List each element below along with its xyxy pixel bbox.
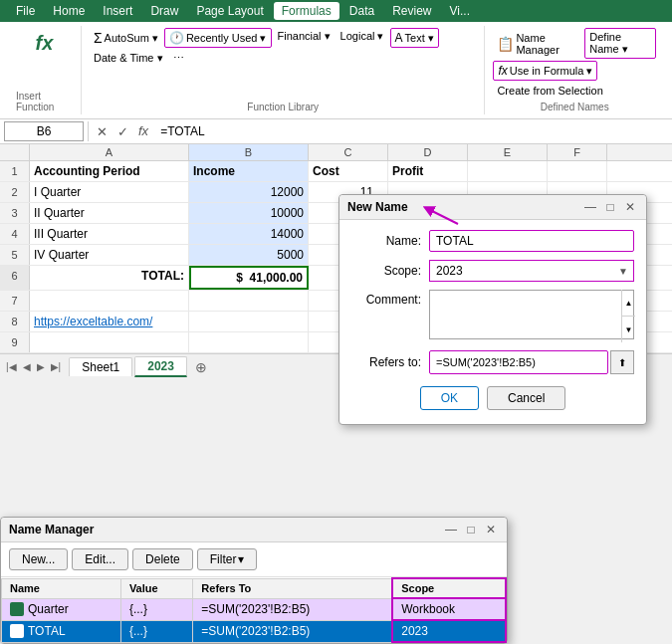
dialog-maximize-btn[interactable]: □ <box>602 199 618 215</box>
cell-b5[interactable]: 5000 <box>189 245 309 265</box>
row-num-8: 8 <box>0 312 30 331</box>
col-header-b: B <box>189 144 309 160</box>
comment-scroll-down[interactable]: ▼ <box>622 317 635 342</box>
row-num-5: 5 <box>0 245 30 265</box>
cell-c1[interactable]: Cost <box>309 161 388 181</box>
cell-b6[interactable]: $ 41,000.00 <box>189 266 309 290</box>
cell-a8[interactable]: https://exceltable.com/ <box>30 312 189 331</box>
cell-b4[interactable]: 14000 <box>189 224 309 244</box>
cell-a5[interactable]: IV Quarter <box>30 245 189 265</box>
sheet-nav-arrows: |◀ ◀ ▶ ▶| <box>4 359 63 374</box>
name-manager-dialog: Name Manager — □ ✕ New... Edit... Delete… <box>0 517 508 644</box>
table-row[interactable]: TOTAL {...} =SUM('2023'!B2:B5) 2023 <box>2 620 507 642</box>
sheet-tab-2023[interactable]: 2023 <box>134 356 187 377</box>
cell-b7[interactable] <box>189 291 309 311</box>
nm-col-value: Value <box>120 578 192 598</box>
menu-file[interactable]: File <box>8 2 43 20</box>
table-row[interactable]: Quarter {...} =SUM('2023'!B2:B5) Workboo… <box>2 598 507 620</box>
menu-pagelayout[interactable]: Page Layout <box>188 2 271 20</box>
cell-a3[interactable]: II Quarter <box>30 203 189 223</box>
menu-insert[interactable]: Insert <box>95 2 140 20</box>
row-num-7: 7 <box>0 291 30 311</box>
recently-used-btn[interactable]: 🕐 Recently Used ▾ <box>164 28 272 48</box>
nm-col-name: Name <box>2 578 121 598</box>
cancel-formula-btn[interactable]: ✕ <box>93 123 112 140</box>
use-in-formula-btn[interactable]: fx Use in Formula ▾ <box>493 61 597 81</box>
last-sheet-arrow[interactable]: ▶| <box>49 359 64 374</box>
cell-b9[interactable] <box>189 332 309 352</box>
comment-scroll-up[interactable]: ▲ <box>622 290 635 317</box>
cell-b3[interactable]: 10000 <box>189 203 309 223</box>
insert-function-btn[interactable]: fx <box>32 28 58 59</box>
logical-btn[interactable]: Logical ▾ <box>336 28 388 45</box>
nm-delete-btn[interactable]: Delete <box>132 548 193 570</box>
nm-edit-btn[interactable]: Edit... <box>72 548 128 570</box>
define-name-btn[interactable]: Define Name ▾ <box>584 28 656 59</box>
scope-row: Scope: 2023 Workbook ▼ <box>351 260 634 282</box>
add-sheet-btn[interactable]: ⊕ <box>189 357 213 377</box>
nm-filter-btn[interactable]: Filter ▾ <box>197 548 258 570</box>
create-from-selection-btn[interactable]: Create from Selection <box>493 83 656 99</box>
name-input[interactable] <box>429 230 634 252</box>
formula-bar-separator <box>88 121 89 141</box>
comment-textarea[interactable] <box>429 290 634 339</box>
menu-bar: File Home Insert Draw Page Layout Formul… <box>0 0 672 22</box>
datetime-btn[interactable]: Date & Time ▾ <box>90 50 167 67</box>
cell-a2[interactable]: I Quarter <box>30 182 189 202</box>
cell-b8[interactable] <box>189 312 309 331</box>
cell-d1[interactable]: Profit <box>388 161 468 181</box>
nm-maximize-btn[interactable]: □ <box>463 522 479 537</box>
refers-to-collapse-btn[interactable]: ⬆ <box>610 350 634 374</box>
formula-icon: fx <box>498 64 507 78</box>
prev-sheet-arrow[interactable]: ◀ <box>21 359 33 374</box>
new-name-dialog: New Name — □ ✕ Name: Scope: 2023 Workboo… <box>338 194 647 425</box>
name-manager-titlebar: Name Manager — □ ✕ <box>1 518 507 542</box>
cell-a1[interactable]: Accounting Period <box>30 161 189 181</box>
cell-f1[interactable] <box>548 161 607 181</box>
nm-close-btn[interactable]: ✕ <box>483 522 499 537</box>
next-sheet-arrow[interactable]: ▶ <box>35 359 47 374</box>
nm-new-btn[interactable]: New... <box>9 548 68 570</box>
ok-button[interactable]: OK <box>420 386 479 410</box>
nm-icon-blue <box>10 624 24 638</box>
nm-minimize-btn[interactable]: — <box>443 522 459 537</box>
autosum-label: AutoSum ▾ <box>105 32 158 45</box>
cell-e1[interactable] <box>468 161 548 181</box>
col-header-d: D <box>388 144 468 160</box>
autosum-btn[interactable]: Σ AutoSum ▾ <box>90 28 162 48</box>
clock-icon: 🕐 <box>169 31 184 45</box>
cell-a6[interactable]: TOTAL: <box>30 266 189 290</box>
scope-select[interactable]: 2023 Workbook <box>429 260 634 282</box>
menu-data[interactable]: Data <box>341 2 382 20</box>
cell-a7[interactable] <box>30 291 189 311</box>
column-headers: A B C D E F <box>0 144 672 161</box>
row-num-9: 9 <box>0 332 30 352</box>
name-box[interactable] <box>4 121 84 141</box>
nm-filter-label: Filter <box>210 552 237 566</box>
refers-to-input[interactable] <box>429 350 608 374</box>
cell-a4[interactable]: III Quarter <box>30 224 189 244</box>
more-icon: ⋯ <box>173 52 184 65</box>
cancel-button[interactable]: Cancel <box>487 386 565 410</box>
menu-draw[interactable]: Draw <box>142 2 186 20</box>
sheet-tab-sheet1[interactable]: Sheet1 <box>69 357 132 376</box>
cell-b1[interactable]: Income <box>189 161 309 181</box>
col-header-f: F <box>548 144 607 160</box>
dialog-minimize-btn[interactable]: — <box>582 199 598 215</box>
first-sheet-arrow[interactable]: |◀ <box>4 359 19 374</box>
text-btn[interactable]: A Text ▾ <box>390 28 439 48</box>
menu-view[interactable]: Vi... <box>442 2 478 20</box>
name-manager-btn[interactable]: 📋 Name Manager <box>493 30 580 58</box>
formula-input[interactable] <box>156 122 668 140</box>
confirm-formula-btn[interactable]: ✓ <box>113 123 132 140</box>
menu-formulas[interactable]: Formulas <box>274 2 339 20</box>
financial-btn[interactable]: Financial ▾ <box>274 28 335 45</box>
menu-home[interactable]: Home <box>45 2 93 20</box>
cell-a9[interactable] <box>30 332 189 352</box>
cell-b2[interactable]: 12000 <box>189 182 309 202</box>
dialog-close-btn[interactable]: ✕ <box>622 199 638 215</box>
nm-row-refers-quarter: =SUM('2023'!B2:B5) <box>193 598 392 620</box>
row-num-3: 3 <box>0 203 30 223</box>
more-functions-btn[interactable]: ⋯ <box>169 50 188 67</box>
menu-review[interactable]: Review <box>384 2 439 20</box>
